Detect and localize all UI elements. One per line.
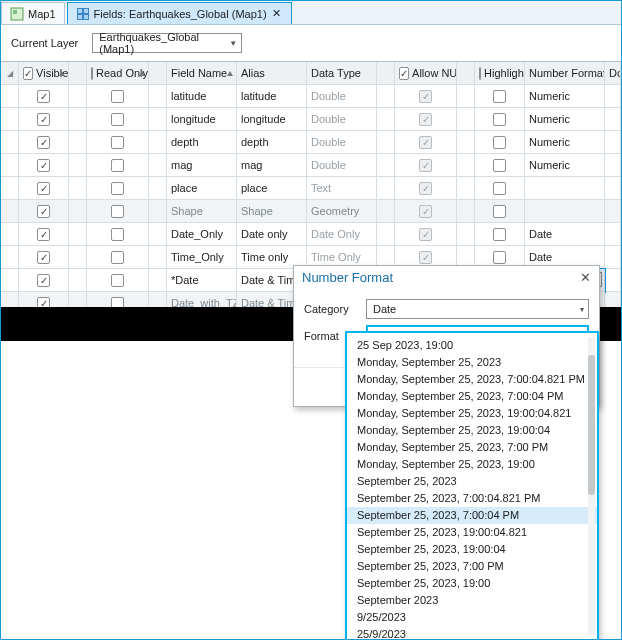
header-numberformat[interactable]: Number Format: [525, 62, 605, 85]
visible-cell[interactable]: [19, 200, 69, 223]
row-handle[interactable]: [1, 85, 19, 108]
alias-cell[interactable]: mag: [237, 154, 307, 177]
visible-cell[interactable]: [19, 131, 69, 154]
visible-cell[interactable]: [19, 154, 69, 177]
domain-cell[interactable]: [605, 223, 621, 246]
format-option[interactable]: September 25, 2023, 19:00:04.821: [347, 524, 597, 541]
fieldname-cell[interactable]: depth: [167, 131, 237, 154]
readonly-cell[interactable]: [87, 223, 149, 246]
header-rowhandle[interactable]: ◢: [1, 62, 19, 85]
checkbox-icon[interactable]: [493, 251, 506, 264]
format-option[interactable]: September 25, 2023, 7:00:04.821 PM: [347, 490, 597, 507]
highlight-cell[interactable]: [475, 154, 525, 177]
fieldname-cell[interactable]: *Date: [167, 269, 237, 292]
format-option[interactable]: September 2023: [347, 592, 597, 609]
highlight-cell[interactable]: [475, 108, 525, 131]
readonly-cell[interactable]: [87, 108, 149, 131]
format-options-list[interactable]: 25 Sep 2023, 19:00Monday, September 25, …: [345, 331, 599, 640]
domain-cell[interactable]: [605, 200, 621, 223]
format-option[interactable]: September 25, 2023, 19:00:04: [347, 541, 597, 558]
checkbox-icon[interactable]: [111, 205, 124, 218]
format-option[interactable]: September 25, 2023: [347, 473, 597, 490]
tab-map[interactable]: Map1: [1, 2, 65, 24]
visible-cell[interactable]: [19, 246, 69, 269]
visible-cell[interactable]: [19, 269, 69, 292]
readonly-cell[interactable]: [87, 200, 149, 223]
readonly-cell[interactable]: [87, 131, 149, 154]
checkbox-icon[interactable]: [111, 159, 124, 172]
tab-fields[interactable]: Fields: Earthquakes_Global (Map1) ✕: [67, 2, 292, 24]
checkbox-icon[interactable]: [111, 90, 124, 103]
checkbox-icon[interactable]: [37, 251, 50, 264]
fieldname-cell[interactable]: longitude: [167, 108, 237, 131]
domain-cell[interactable]: [605, 85, 621, 108]
row-handle[interactable]: [1, 269, 19, 292]
format-option[interactable]: Monday, September 25, 2023, 7:00:04.821 …: [347, 371, 597, 388]
checkbox-icon[interactable]: [111, 136, 124, 149]
readonly-cell[interactable]: [87, 177, 149, 200]
highlight-cell[interactable]: [475, 177, 525, 200]
table-row[interactable]: ShapeShapeGeometry: [1, 200, 621, 223]
checkbox-icon[interactable]: [37, 205, 50, 218]
checkbox-icon[interactable]: [493, 159, 506, 172]
table-row[interactable]: magmagDoubleNumeric: [1, 154, 621, 177]
readonly-cell[interactable]: [87, 246, 149, 269]
highlight-cell[interactable]: [475, 223, 525, 246]
readonly-cell[interactable]: [87, 269, 149, 292]
format-option[interactable]: Monday, September 25, 2023, 19:00:04.821: [347, 405, 597, 422]
checkbox-icon[interactable]: [493, 136, 506, 149]
scrollbar-thumb[interactable]: [588, 355, 595, 495]
checkbox-icon[interactable]: [37, 90, 50, 103]
numberformat-cell[interactable]: Date: [525, 223, 605, 246]
checkbox-icon[interactable]: [493, 205, 506, 218]
domain-cell[interactable]: [605, 177, 621, 200]
numberformat-cell[interactable]: Numeric: [525, 85, 605, 108]
highlight-cell[interactable]: [475, 85, 525, 108]
table-row[interactable]: placeplaceText: [1, 177, 621, 200]
fieldname-cell[interactable]: Shape: [167, 200, 237, 223]
domain-cell[interactable]: [605, 154, 621, 177]
numberformat-cell[interactable]: [525, 177, 605, 200]
header-visible[interactable]: Visible: [19, 62, 69, 85]
alias-cell[interactable]: place: [237, 177, 307, 200]
alias-cell[interactable]: depth: [237, 131, 307, 154]
alias-cell[interactable]: latitude: [237, 85, 307, 108]
checkbox-icon[interactable]: [493, 228, 506, 241]
domain-cell[interactable]: [605, 269, 621, 292]
header-alias[interactable]: Alias: [237, 62, 307, 85]
highlight-cell[interactable]: [475, 131, 525, 154]
row-handle[interactable]: [1, 154, 19, 177]
fieldname-cell[interactable]: latitude: [167, 85, 237, 108]
format-option[interactable]: September 25, 2023, 19:00: [347, 575, 597, 592]
close-icon[interactable]: ✕: [271, 8, 283, 20]
format-option[interactable]: Monday, September 25, 2023: [347, 354, 597, 371]
numberformat-cell[interactable]: Numeric: [525, 131, 605, 154]
table-row[interactable]: longitudelongitudeDoubleNumeric: [1, 108, 621, 131]
table-row[interactable]: Date_OnlyDate onlyDate OnlyDate: [1, 223, 621, 246]
checkbox-icon[interactable]: [37, 228, 50, 241]
format-option[interactable]: 25/9/2023: [347, 626, 597, 640]
format-option[interactable]: September 25, 2023, 7:00:04 PM: [347, 507, 597, 524]
table-row[interactable]: latitudelatitudeDoubleNumeric: [1, 85, 621, 108]
domain-cell[interactable]: [605, 131, 621, 154]
format-option[interactable]: 9/25/2023: [347, 609, 597, 626]
checkbox-icon[interactable]: [37, 159, 50, 172]
header-domain[interactable]: Domain: [605, 62, 621, 85]
fieldname-cell[interactable]: place: [167, 177, 237, 200]
row-handle[interactable]: [1, 177, 19, 200]
checkbox-icon[interactable]: [493, 113, 506, 126]
checkbox-icon[interactable]: [493, 182, 506, 195]
row-handle[interactable]: [1, 246, 19, 269]
checkbox-icon[interactable]: [37, 136, 50, 149]
checkbox-icon[interactable]: [111, 113, 124, 126]
scrollbar[interactable]: [588, 337, 595, 635]
header-readonly[interactable]: Read Only: [87, 62, 149, 85]
row-handle[interactable]: [1, 200, 19, 223]
checkbox-icon[interactable]: [111, 182, 124, 195]
domain-cell[interactable]: [605, 246, 621, 269]
checkbox-icon[interactable]: [37, 182, 50, 195]
header-fieldname[interactable]: Field Name: [167, 62, 237, 85]
visible-cell[interactable]: [19, 177, 69, 200]
fieldname-cell[interactable]: Time_Only: [167, 246, 237, 269]
checkbox-icon[interactable]: [111, 228, 124, 241]
